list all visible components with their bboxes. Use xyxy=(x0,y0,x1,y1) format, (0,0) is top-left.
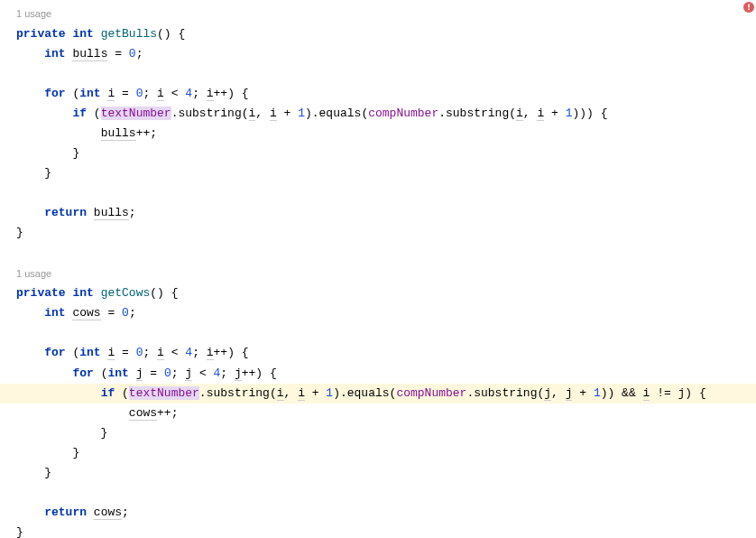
code-line-highlighted[interactable]: if (textNumber.substring(i, i + 1).equal… xyxy=(0,384,756,404)
svg-rect-2 xyxy=(748,9,750,11)
number-literal: 0 xyxy=(164,366,171,380)
variable: i xyxy=(207,87,214,101)
usage-hint-1[interactable]: 1 usage xyxy=(16,5,756,23)
blank-line xyxy=(16,323,756,343)
number-literal: 1 xyxy=(566,107,573,120)
code-line[interactable]: } xyxy=(16,423,756,443)
blank-line xyxy=(16,183,756,203)
number-literal: 4 xyxy=(185,87,192,100)
method-call: substring xyxy=(178,107,241,120)
method-name: getCows xyxy=(101,286,151,300)
keyword: return xyxy=(44,506,87,519)
code-editor[interactable]: 1 usage private int getBulls() { int bul… xyxy=(0,0,756,538)
error-icon xyxy=(743,2,754,13)
variable: i xyxy=(298,386,305,401)
blank-line xyxy=(16,483,756,503)
keyword: private xyxy=(16,286,66,300)
blank-line xyxy=(16,64,756,84)
keyword-type: int xyxy=(44,47,65,60)
variable: bulls xyxy=(101,126,136,141)
field-highlighted: textNumber xyxy=(101,107,171,120)
code-line[interactable]: } xyxy=(16,144,756,163)
keyword: for xyxy=(72,366,93,380)
code-line[interactable]: private int getCows() { xyxy=(16,283,756,303)
field-highlighted: textNumber xyxy=(129,386,199,400)
variable: bulls xyxy=(94,206,129,220)
variable: i xyxy=(516,107,523,121)
method-call: substring xyxy=(446,107,509,120)
code-line[interactable]: } xyxy=(16,523,756,538)
blank-line xyxy=(16,244,756,264)
method-call: substring xyxy=(474,386,537,400)
variable: i xyxy=(207,346,214,360)
code-line[interactable]: for (int j = 0; j < 4; j++) { xyxy=(16,364,756,384)
keyword-type: int xyxy=(79,346,100,359)
method-name: getBulls xyxy=(101,27,157,41)
code-line[interactable]: } xyxy=(16,223,756,243)
usage-hint-2[interactable]: 1 usage xyxy=(16,265,756,283)
svg-rect-1 xyxy=(748,5,750,8)
keyword-type: int xyxy=(79,87,100,100)
keyword: for xyxy=(44,346,65,359)
code-line[interactable]: private int getBulls() { xyxy=(16,24,756,44)
code-line[interactable]: } xyxy=(16,163,756,183)
variable: bulls xyxy=(72,47,107,61)
variable: cows xyxy=(94,506,122,520)
field: compNumber xyxy=(396,386,466,400)
code-line[interactable]: return bulls; xyxy=(16,203,756,223)
variable: cows xyxy=(129,406,157,421)
variable: cows xyxy=(72,306,100,320)
variable: i xyxy=(270,107,277,121)
code-line[interactable]: int bulls = 0; xyxy=(16,44,756,64)
keyword: for xyxy=(44,87,65,100)
number-literal: 4 xyxy=(185,346,192,359)
number-literal: 1 xyxy=(298,107,305,120)
code-line[interactable]: cows++; xyxy=(16,404,756,423)
number-literal: 0 xyxy=(129,47,136,60)
variable: j xyxy=(235,366,242,381)
variable: j xyxy=(185,366,192,381)
code-line[interactable]: } xyxy=(16,443,756,463)
keyword: private xyxy=(16,27,66,41)
number-literal: 0 xyxy=(122,306,129,320)
code-line[interactable]: for (int i = 0; i < 4; i++) { xyxy=(16,84,756,104)
keyword-type: int xyxy=(72,286,93,300)
number-literal: 1 xyxy=(594,386,601,400)
code-line[interactable]: bulls++; xyxy=(16,124,756,144)
keyword: if xyxy=(72,107,87,120)
keyword-type: int xyxy=(72,27,93,41)
code-line[interactable]: if (textNumber.substring(i, i + 1).equal… xyxy=(16,104,756,124)
method-call: substring xyxy=(207,386,270,400)
keyword: if xyxy=(101,386,115,400)
code-line[interactable]: for (int i = 0; i < 4; i++) { xyxy=(16,343,756,363)
field: compNumber xyxy=(368,107,438,120)
variable: i xyxy=(277,386,284,401)
code-line[interactable]: int cows = 0; xyxy=(16,303,756,323)
keyword-type: int xyxy=(44,306,65,320)
keyword-type: int xyxy=(107,366,128,380)
variable: i xyxy=(157,87,164,101)
variable: i xyxy=(157,346,164,360)
keyword: return xyxy=(44,206,87,219)
code-line[interactable]: } xyxy=(16,463,756,483)
variable: j xyxy=(544,386,551,401)
method-call: equals xyxy=(319,107,362,120)
number-literal: 1 xyxy=(326,386,333,400)
code-line[interactable]: return cows; xyxy=(16,503,756,523)
method-call: equals xyxy=(347,386,390,400)
